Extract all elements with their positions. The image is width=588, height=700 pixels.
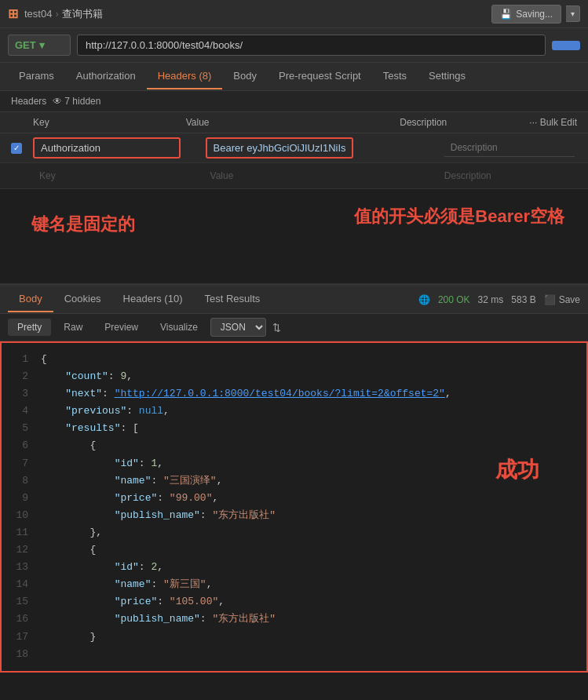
json-line-15: 15 "price": "105.00", (13, 593, 575, 611)
headers-subheader: Headers 👁 7 hidden (0, 91, 588, 112)
top-bar-actions: 💾 Saving... ▾ (491, 5, 580, 24)
checkbox-checked[interactable] (11, 143, 22, 154)
json-line-13: 13 "id": 2, (13, 559, 575, 576)
json-line-16: 16 "publish_name": "东方出版社" (13, 611, 575, 628)
save-button[interactable]: 💾 Saving... (491, 5, 561, 24)
table-row (0, 133, 588, 163)
empty-value[interactable]: Value (204, 167, 438, 184)
auth-desc-input[interactable] (444, 139, 575, 157)
empty-row: Key Value Description (0, 163, 588, 189)
headers-title: Headers (11, 96, 46, 107)
status-ok: 200 OK (438, 294, 470, 305)
json-line-7: 7 "id": 1, (13, 455, 575, 472)
auth-key-input[interactable] (33, 137, 181, 159)
response-tabs-bar: Body Cookies Headers (10) Test Results 🌐… (0, 286, 588, 314)
json-line-10: 10 "publish_name": "东方出版社" (13, 507, 575, 524)
tab-body[interactable]: Body (222, 64, 268, 89)
headers-table: Key Value Description ··· Bulk Edit Key … (0, 112, 588, 189)
request-tabs: Params Authorization Headers (8) Body Pr… (0, 63, 588, 91)
breadcrumb-parent[interactable]: test04 (24, 8, 52, 20)
json-line-4: 4 "previous": null, (13, 403, 575, 420)
table-header: Key Value Description ··· Bulk Edit (0, 112, 588, 133)
breadcrumb: test04 › 查询书籍 (24, 7, 103, 21)
key-col-header: Key (33, 117, 186, 128)
tab-authorization[interactable]: Authorization (65, 64, 147, 89)
save-dropdown-arrow[interactable]: ▾ (566, 5, 580, 22)
annotation-right: 值的开头必须是Bearer空格 (354, 205, 564, 228)
success-label: 成功 (495, 453, 539, 490)
empty-desc: Description (438, 167, 577, 184)
tab-settings[interactable]: Settings (418, 64, 477, 89)
top-bar: ⊞ test04 › 查询书籍 💾 Saving... ▾ (0, 0, 588, 28)
format-tab-raw[interactable]: Raw (54, 319, 92, 336)
json-line-6: 6 { (13, 437, 575, 454)
row-checkbox[interactable] (11, 143, 33, 154)
empty-key[interactable]: Key (33, 167, 204, 184)
annotation-area: 键名是固定的 值的开头必须是Bearer空格 (0, 189, 588, 283)
tab-headers[interactable]: Headers (8) (147, 64, 223, 89)
desc-col-header: Description (400, 117, 522, 128)
actions-col-header[interactable]: ··· Bulk Edit (522, 117, 577, 128)
json-line-9: 9 "price": "99.00", (13, 490, 575, 507)
method-select[interactable]: GET ▾ (8, 35, 71, 56)
save-response-label: Save (559, 294, 580, 305)
filter-icon[interactable]: ⇅ (272, 322, 281, 334)
status-size: 583 B (511, 294, 535, 305)
hidden-badge: 👁 7 hidden (53, 96, 100, 107)
tab-params[interactable]: Params (8, 64, 65, 89)
json-line-8: 8 "name": "三国演绎", (13, 472, 575, 490)
json-line-12: 12 { (13, 541, 575, 559)
format-select[interactable]: JSON XML HTML (210, 318, 266, 337)
status-time: 32 ms (478, 294, 504, 305)
tab-prerequest[interactable]: Pre-request Script (268, 64, 372, 89)
format-tab-preview[interactable]: Preview (95, 319, 148, 336)
format-tab-visualize[interactable]: Visualize (151, 319, 207, 336)
tab-tests[interactable]: Tests (372, 64, 418, 89)
save-label: Saving... (516, 9, 553, 20)
response-tab-body[interactable]: Body (8, 286, 53, 312)
response-tab-cookies[interactable]: Cookies (53, 286, 112, 312)
json-line-14: 14 "name": "新三国", (13, 576, 575, 593)
save-icon: 💾 (500, 9, 512, 20)
app-icon: ⊞ (8, 6, 18, 21)
format-tabs: Pretty Raw Preview Visualize JSON XML HT… (0, 314, 588, 341)
globe-icon: 🌐 (418, 294, 430, 305)
json-line-17: 17 } (13, 629, 575, 646)
url-bar: GET ▾ (0, 28, 588, 63)
json-line-3: 3 "next": "http://127.0.0.1:8000/test04/… (13, 385, 575, 403)
value-col-header: Value (186, 117, 400, 128)
hidden-count: 7 hidden (64, 96, 100, 107)
json-line-18: 18 (13, 646, 575, 663)
method-label: GET (15, 39, 36, 51)
eye-icon: 👁 (53, 96, 62, 107)
auth-value-input[interactable] (206, 137, 353, 159)
send-button[interactable] (552, 41, 580, 50)
json-line-2: 2 "count": 9, (13, 368, 575, 385)
json-line-11: 11 }, (13, 524, 575, 541)
response-tab-headers[interactable]: Headers (10) (112, 286, 194, 312)
breadcrumb-current: 查询书籍 (62, 7, 103, 21)
json-line-1: 1{ (13, 351, 575, 368)
breadcrumb-separator: › (55, 8, 58, 20)
annotation-left: 键名是固定的 (31, 213, 135, 236)
response-status: 🌐 200 OK 32 ms 583 B ⬛ Save (418, 294, 580, 305)
json-output: 1{ 2 "count": 9, 3 "next": "http://127.0… (0, 341, 588, 673)
save-response-button[interactable]: ⬛ Save (544, 294, 580, 305)
url-input[interactable] (77, 35, 546, 56)
response-section: Body Cookies Headers (10) Test Results 🌐… (0, 283, 588, 673)
format-tab-pretty[interactable]: Pretty (8, 319, 51, 336)
method-arrow: ▾ (39, 39, 45, 51)
json-line-5: 5 "results": [ (13, 420, 575, 437)
response-tab-testresults[interactable]: Test Results (193, 286, 271, 312)
save-icon: ⬛ (544, 294, 556, 305)
